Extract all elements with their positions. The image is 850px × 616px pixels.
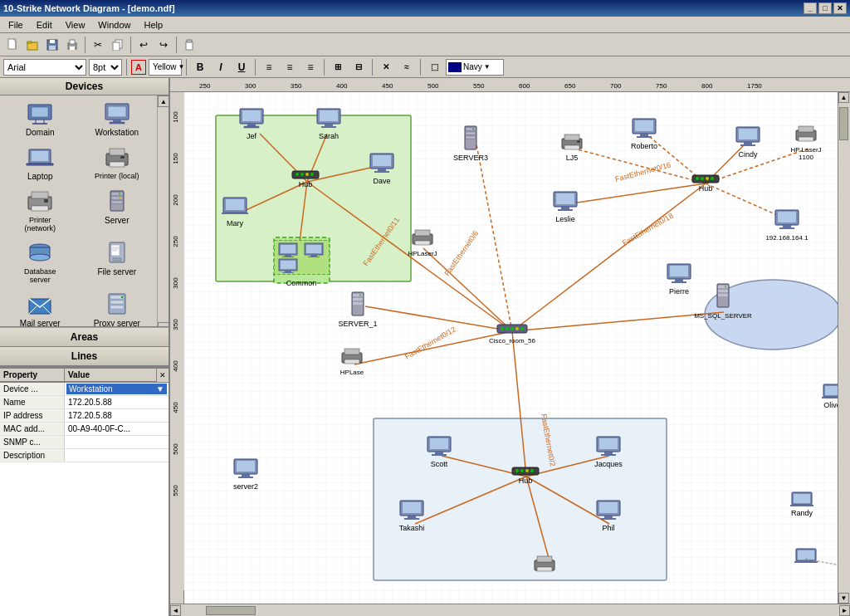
node-hplase[interactable]: HPLase: [340, 349, 364, 376]
close-button[interactable]: ✕: [833, 2, 847, 14]
lines-section[interactable]: Lines: [0, 347, 169, 366]
open-button[interactable]: [23, 36, 42, 54]
prop-row-mac: MAC add... 00-A9-40-0F-C...: [0, 423, 169, 436]
title-bar-buttons[interactable]: _ □ ✕: [804, 2, 847, 14]
menu-edit[interactable]: Edit: [32, 18, 57, 32]
menu-view[interactable]: View: [61, 18, 90, 32]
device-server[interactable]: Server: [79, 185, 156, 237]
v-scrollbar[interactable]: ▲ ▼: [838, 92, 850, 604]
svg-text:400: 400: [336, 82, 348, 90]
vscroll-up[interactable]: ▲: [838, 92, 849, 103]
svg-rect-5: [49, 46, 56, 50]
cut-button[interactable]: ✂: [89, 36, 107, 54]
prop-key-mac: MAC add...: [0, 423, 65, 435]
redo-button[interactable]: ↪: [154, 36, 173, 54]
svg-rect-69: [170, 92, 184, 590]
svg-rect-35: [111, 201, 123, 203]
device-domain[interactable]: Domain: [2, 97, 79, 141]
printer-local-icon: [102, 145, 132, 170]
svg-rect-25: [110, 149, 125, 155]
svg-point-153: [706, 177, 709, 180]
node-oliver[interactable]: Oliver: [822, 384, 838, 409]
highlight-color-btn[interactable]: Yellow ▼: [149, 59, 182, 76]
svg-text:300: 300: [245, 82, 256, 90]
properties-close[interactable]: ✕: [157, 369, 169, 382]
font-color-btn[interactable]: A: [131, 60, 146, 75]
file-server-label: File server: [97, 267, 136, 276]
minimize-button[interactable]: _: [804, 2, 817, 14]
prop-val-device[interactable]: Workstation ▼: [65, 383, 169, 395]
bold-button[interactable]: B: [191, 59, 209, 76]
svg-point-170: [725, 286, 726, 288]
menu-window[interactable]: Window: [93, 18, 135, 32]
indent-btn[interactable]: ⊞: [329, 59, 347, 76]
scroll-up-button[interactable]: ▲: [158, 95, 169, 107]
title-bar: 10-Strike Network Diagram - [demo.ndf] _…: [0, 0, 850, 17]
text-color-btn[interactable]: Navy ▼: [446, 59, 504, 76]
paste-button[interactable]: [180, 36, 198, 54]
h-scrollbar[interactable]: ◄ ►: [170, 604, 850, 616]
print-button[interactable]: [63, 36, 81, 54]
font-select[interactable]: Arial: [3, 59, 86, 76]
svg-rect-157: [778, 212, 796, 222]
toolbar-sep-2: [130, 37, 131, 53]
device-printer-local[interactable]: Printer (local): [79, 141, 156, 185]
size-select[interactable]: 8pt: [89, 59, 122, 76]
device-workstation[interactable]: Workstation: [79, 97, 156, 141]
hscroll-right[interactable]: ►: [839, 605, 850, 616]
svg-text:650: 650: [564, 82, 576, 90]
svg-rect-169: [718, 294, 728, 296]
svg-point-151: [696, 177, 699, 180]
device-proxy-server[interactable]: Proxy server: [79, 288, 156, 327]
vscroll-thumb[interactable]: [839, 107, 848, 140]
menu-file[interactable]: File: [3, 18, 28, 32]
svg-rect-115: [281, 261, 296, 269]
prop-row-desc: Description: [0, 449, 169, 462]
hscroll-left[interactable]: ◄: [170, 605, 181, 616]
menu-help[interactable]: Help: [139, 18, 168, 32]
svg-text:LJ5: LJ5: [566, 154, 579, 162]
copy-button[interactable]: [109, 36, 127, 54]
domain-label: Domain: [26, 128, 54, 137]
svg-text:Cindy: Cindy: [738, 150, 758, 159]
device-printer-network[interactable]: Printer(network): [2, 185, 79, 237]
restore-button[interactable]: □: [818, 2, 832, 14]
device-database[interactable]: Databaseserver: [2, 237, 79, 288]
device-mail-server[interactable]: Mail server: [2, 288, 79, 327]
device-laptop[interactable]: Laptop: [2, 141, 79, 185]
node-hplaser-bottom[interactable]: [535, 556, 554, 571]
server-label: Server: [105, 216, 129, 225]
align-left-button[interactable]: ≡: [260, 59, 278, 76]
svg-text:Phil: Phil: [602, 524, 614, 532]
new-button[interactable]: [3, 36, 22, 54]
align-right-button[interactable]: ≡: [301, 59, 320, 76]
diagram-canvas[interactable]: FastEthernet0/11 FastEthernet0/6: [184, 92, 838, 604]
svg-rect-12: [187, 40, 192, 42]
align-center-button[interactable]: ≡: [281, 59, 299, 76]
diagram-wrapper: 100 150 200 250 300 350 400 450 500 550: [170, 92, 850, 604]
vscroll-down[interactable]: ▼: [838, 593, 849, 604]
more-btn[interactable]: ✕: [377, 59, 395, 76]
areas-section[interactable]: Areas: [0, 327, 169, 347]
outdent-btn[interactable]: ⊟: [349, 59, 368, 76]
undo-button[interactable]: ↩: [134, 36, 153, 54]
device-type-select[interactable]: Workstation ▼: [66, 384, 167, 394]
svg-point-100: [296, 173, 299, 176]
svg-text:Oliver: Oliver: [823, 401, 838, 409]
italic-button[interactable]: I: [212, 59, 230, 76]
hscroll-thumb[interactable]: [206, 606, 256, 615]
bg-btn[interactable]: ⬚: [425, 59, 443, 76]
svg-rect-89: [321, 126, 336, 128]
underline-button[interactable]: U: [232, 59, 251, 76]
device-file-server[interactable]: File server: [79, 237, 156, 288]
stroke-btn[interactable]: ≈: [398, 59, 416, 76]
svg-rect-2: [27, 42, 32, 43]
svg-rect-52: [110, 301, 124, 304]
node-randy[interactable]: Randy: [790, 492, 813, 517]
devices-scrollbar[interactable]: ▲ ▼: [157, 95, 169, 327]
svg-rect-7: [70, 40, 75, 44]
v-ruler-svg: 100 150 200 250 300 350 400 450 500 550: [170, 92, 184, 590]
save-button[interactable]: [43, 36, 61, 54]
svg-point-215: [530, 469, 534, 472]
svg-text:Leslie: Leslie: [555, 215, 575, 223]
